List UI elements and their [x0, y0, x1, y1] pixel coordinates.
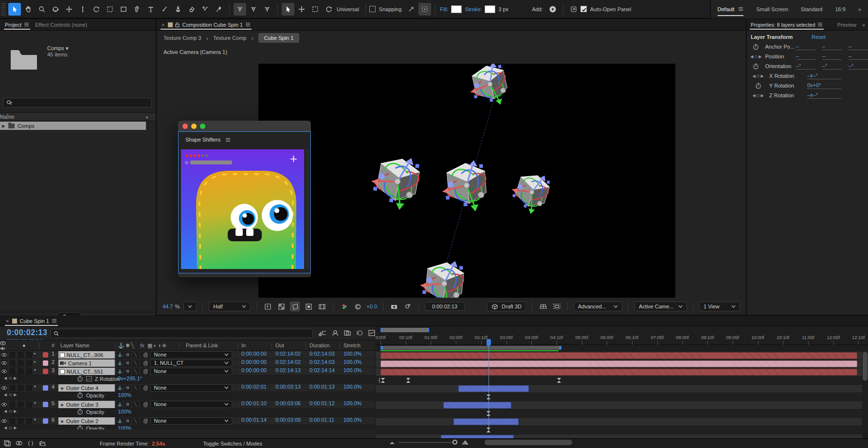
parent-dropdown[interactable]: None [150, 384, 232, 392]
sort-arrow-icon[interactable]: ▲ [145, 115, 149, 119]
prev-keyframe-icon[interactable]: ◀ [750, 54, 753, 59]
track-layer-7[interactable] [376, 434, 862, 438]
layer-switch-0[interactable]: ⚓ [117, 385, 123, 391]
layer-visibility-toggle[interactable] [1, 385, 7, 391]
pick-whip-icon[interactable]: @ [143, 352, 148, 358]
transform-position-tool[interactable] [295, 3, 308, 16]
zoom-out-cursor-icon[interactable] [405, 3, 417, 16]
layer-twirl-icon[interactable]: ▾ [34, 368, 36, 372]
layer-switch-1[interactable]: ❂ [125, 418, 131, 424]
layer-str-value[interactable]: 100.0% [344, 351, 362, 357]
property-value[interactable]: – [796, 43, 815, 50]
layer-label-swatch[interactable] [43, 402, 48, 407]
exposure-value[interactable]: +0.0 [366, 304, 377, 309]
layer-name-column[interactable]: Layer Name [60, 342, 90, 348]
layer-switch-1[interactable]: ❂ [125, 352, 131, 358]
stretch-column[interactable]: Stretch [344, 342, 361, 348]
layer-dur-value[interactable]: 0:02:14:14 [309, 367, 335, 373]
layer-out-value[interactable]: 0:00:03:13 [275, 384, 301, 390]
layer-name[interactable]: ★Outer Cube 3 [58, 401, 115, 408]
ground-plane-icon[interactable] [538, 302, 548, 311]
layer-out-value[interactable]: 0:02:14:13 [275, 367, 301, 373]
extended-viewer-icon[interactable] [552, 302, 561, 311]
layer-lock-toggle[interactable] [26, 352, 32, 358]
layer-visibility-toggle[interactable] [1, 360, 7, 366]
layer-visibility-toggle[interactable] [1, 368, 7, 375]
graph-editor-icon[interactable] [368, 330, 375, 336]
zoom-dropdown[interactable] [183, 302, 197, 311]
layer-str-value[interactable]: 100.0% [344, 384, 362, 390]
local-axis-mode[interactable] [234, 3, 246, 16]
property-value[interactable]: 100% [118, 425, 131, 430]
track-layer-2[interactable] [376, 360, 862, 368]
layer-twirl-icon[interactable]: ▸ [34, 359, 36, 364]
close-icon[interactable]: × [162, 22, 164, 28]
layer-visibility-toggle[interactable] [1, 401, 7, 408]
world-axis-mode[interactable] [247, 3, 260, 16]
frame-blending-icon[interactable] [344, 330, 351, 336]
out-column[interactable]: Out [275, 342, 284, 348]
property-value[interactable]: –° [822, 63, 842, 70]
floating-window-shape-shifters[interactable]: Shape Shifters [178, 121, 311, 277]
parent-link-column[interactable]: Parent & Link [186, 342, 218, 348]
layer-solo-toggle[interactable] [18, 401, 24, 408]
parent-dropdown[interactable]: None [150, 417, 232, 425]
layer-dur-value[interactable]: 0:02:14:03 [309, 359, 335, 365]
breadcrumb-cube-spin-1[interactable]: Cube Spin 1 [258, 33, 300, 43]
layer-solo-toggle[interactable] [18, 385, 24, 391]
panel-menu-icon[interactable] [817, 22, 823, 27]
property-value[interactable]: – [822, 53, 842, 60]
roto-brush-tool[interactable] [199, 3, 212, 16]
workspace-default[interactable]: Default [718, 4, 744, 14]
layer-audio-toggle[interactable] [9, 360, 16, 366]
layer-name[interactable]: NULL_CT...906 [58, 351, 115, 358]
panel-launch-icon[interactable] [567, 3, 580, 16]
brush-tool[interactable] [158, 3, 171, 16]
composition-mini-flowchart-icon[interactable] [319, 330, 326, 336]
layer-row-1[interactable]: ▸1NULL_CT...906⚓❂╲⊕@None0:00:00:000:02:1… [0, 351, 375, 359]
panel-overflow-chevron[interactable]: » [862, 22, 865, 28]
pen-tool[interactable] [131, 3, 144, 16]
stroke-swatch[interactable] [485, 5, 495, 13]
render-queue-icon[interactable] [39, 440, 46, 447]
layer-row-6[interactable]: ▾6★Outer Cube 2⚓❂╲⊕@None0:00:01:140:00:0… [0, 417, 375, 425]
expand-in-out-icon[interactable] [27, 440, 34, 447]
layer-audio-toggle[interactable] [9, 385, 16, 391]
expand-layer-switches-icon[interactable] [4, 440, 11, 447]
stopwatch-icon[interactable] [747, 83, 769, 89]
keyframe-icon[interactable] [381, 378, 385, 383]
property-row-opacity[interactable]: ◀◇▶Opacity100% [0, 409, 375, 417]
layer-in-value[interactable]: 0:00:02:01 [241, 384, 267, 390]
toggle-switches-modes-button[interactable]: Toggle Switches / Modes [203, 441, 262, 447]
resolution-dropdown[interactable]: Half [209, 302, 251, 311]
parent-dropdown[interactable]: 1. NULL_CT [150, 359, 232, 367]
layer-row-2[interactable]: ▸2Camera 1⚓❂╲⊕@1. NULL_CT0:00:00:000:02:… [0, 359, 375, 367]
shy-layers-icon[interactable] [332, 330, 339, 336]
property-name[interactable]: Z Rotation [77, 376, 120, 382]
layer-row-4[interactable]: ▾4★Outer Cube 4⚓❂╲⊕@None0:00:02:010:00:0… [0, 384, 375, 392]
layer-switch-2[interactable]: ╲ [132, 401, 139, 408]
property-value[interactable]: 0x+0° [807, 82, 841, 89]
zoom-in-mountain-icon[interactable] [461, 439, 469, 445]
property-value[interactable]: – [849, 53, 868, 60]
expand-transfer-controls-icon[interactable] [16, 440, 22, 447]
layer-out-value[interactable]: 0:00:03:06 [275, 400, 301, 406]
keyframe-navigator[interactable]: ◀◇▶ [4, 376, 18, 380]
window-titlebar[interactable] [178, 121, 311, 131]
dolly-camera-tool[interactable] [76, 3, 89, 16]
panel-menu-icon[interactable] [52, 319, 57, 323]
fast-previews-icon[interactable] [263, 302, 272, 311]
composition-region-icon[interactable] [317, 302, 327, 311]
breadcrumb-texture-comp[interactable]: Texture Comp [213, 35, 246, 41]
layer-dur-value[interactable]: 0:00:01:13 [309, 384, 335, 390]
snapshot-camera-icon[interactable] [389, 302, 399, 311]
track-layer-5[interactable] [376, 401, 862, 410]
view-layout-dropdown[interactable]: 1 View [699, 302, 740, 311]
layer-name[interactable]: Camera 1 [58, 359, 115, 367]
layer-label-swatch[interactable] [43, 360, 48, 366]
keyframe-navigator[interactable]: ◀◇▶ [747, 54, 765, 59]
stroke-width[interactable]: 3 px [498, 6, 508, 12]
duration-column[interactable]: Duration [309, 342, 330, 348]
layer-in-value[interactable]: 0:00:00:00 [241, 359, 267, 365]
prev-keyframe-icon[interactable]: ◀ [752, 74, 755, 78]
